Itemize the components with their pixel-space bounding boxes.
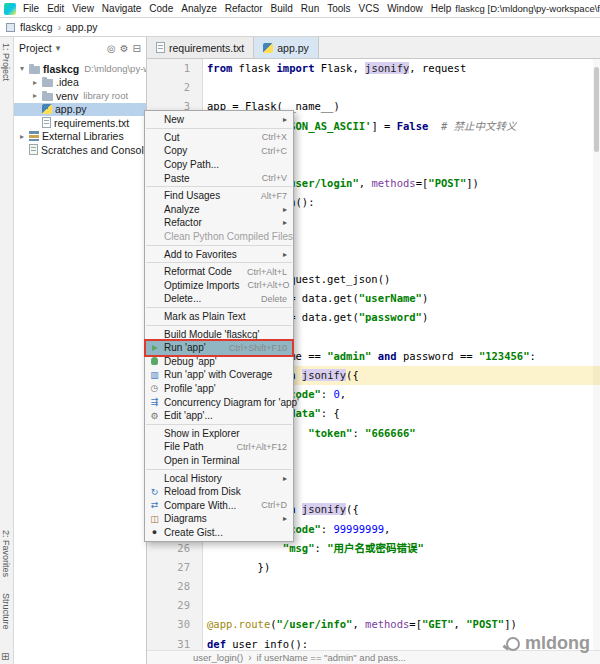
gear-icon[interactable]: ⚙ (120, 43, 129, 54)
code-token: "POST" (466, 618, 504, 630)
hide-panel-icon[interactable]: ⊟ (133, 43, 141, 54)
code-token: ) (422, 292, 428, 304)
menu-items: FileEditViewNavigateCodeAnalyzeRefactorB… (19, 3, 455, 14)
menubar-tools[interactable]: Tools (323, 3, 354, 14)
menu-item-reload-from-disk[interactable]: ↻Reload from Disk (145, 485, 293, 499)
tool-window-structure[interactable]: Structure (1, 593, 11, 630)
menubar-vcs[interactable]: VCS (355, 3, 384, 14)
menu-item-label: Compare With... (164, 500, 236, 511)
menu-item-label: Diagrams (164, 513, 207, 524)
tree-item-venv[interactable]: ▸venvlibrary root (14, 89, 146, 103)
chevron-right-icon[interactable]: ▸ (31, 91, 39, 100)
code-token (428, 120, 441, 132)
menu-item-new[interactable]: New▸ (145, 113, 293, 127)
menubar-run[interactable]: Run (297, 3, 323, 14)
menu-item-mark-as-plain-text[interactable]: Mark as Plain Text (145, 310, 293, 324)
locate-file-icon[interactable]: ◎ (107, 43, 116, 54)
menu-item-concurrency-diagram-for-app[interactable]: ⇶Concurrency Diagram for 'app' (145, 395, 293, 409)
code-token: def (207, 638, 232, 650)
submenu-arrow-icon: ▸ (283, 205, 287, 214)
tab-label: requirements.txt (169, 42, 244, 54)
menu-item-open-in-terminal[interactable]: Open in Terminal (145, 454, 293, 468)
menu-item-add-to-favorites[interactable]: Add to Favorites▸ (145, 247, 293, 261)
code-line-29[interactable] (203, 596, 600, 615)
menubar-view[interactable]: View (68, 3, 98, 14)
tree-item-flaskcg[interactable]: ▾flaskcgD:\mldong\py-worksp (14, 62, 146, 76)
tool-window-favorites[interactable]: 2: Favorites (1, 530, 11, 577)
breadcrumb-flaskcg[interactable]: flaskcg (20, 21, 53, 33)
menu-item-analyze[interactable]: Analyze▸ (145, 203, 293, 217)
menu-item-copy-path[interactable]: Copy Path... (145, 158, 293, 172)
menu-item-edit-app[interactable]: ⚙Edit 'app'... (145, 409, 293, 423)
menu-item-cut[interactable]: CutCtrl+X (145, 131, 293, 145)
chevron-down-icon[interactable]: ▾ (56, 43, 61, 53)
menu-item-delete[interactable]: Delete...Delete (145, 292, 293, 306)
code-line-2[interactable] (203, 78, 600, 97)
tab-app-py[interactable]: app.py (254, 37, 319, 58)
tool-window-project[interactable]: 1: Project (1, 43, 11, 81)
code-line-30[interactable]: @app.route("/user/info", methods=["GET",… (203, 615, 600, 634)
code-token: "password" (359, 311, 422, 323)
gist-icon: ● (149, 527, 160, 537)
tree-item-idea[interactable]: ▸.idea (14, 76, 146, 90)
menu-item-clean-python-compiled-files[interactable]: Clean Python Compiled Files (145, 230, 293, 244)
menu-item-debug-app[interactable]: Debug 'app' (145, 355, 293, 369)
menubar-code[interactable]: Code (145, 3, 177, 14)
menu-item-local-history[interactable]: Local History▸ (145, 471, 293, 485)
tree-item-label: requirements.txt (54, 117, 129, 129)
line-number: 2 (147, 78, 202, 97)
menu-item-run-app[interactable]: Run 'app'Ctrl+Shift+F10 (145, 341, 293, 355)
code-token: "GET" (422, 618, 454, 630)
tree-item-external-libraries[interactable]: ▸External Libraries (14, 130, 146, 144)
tree-item-app-py[interactable]: app.py (14, 103, 146, 117)
code-token: "msg" (283, 542, 315, 554)
menu-item-reformat-code[interactable]: Reformat CodeCtrl+Alt+L (145, 265, 293, 279)
menubar-file[interactable]: File (19, 3, 43, 14)
chevron-right-icon[interactable]: ▸ (18, 132, 26, 141)
menu-item-copy[interactable]: CopyCtrl+C (145, 144, 293, 158)
menubar-refactor[interactable]: Refactor (221, 3, 267, 14)
chevron-down-icon[interactable]: ▾ (18, 64, 26, 73)
tool-windows-grid-icon[interactable]: ⊞ (1, 651, 9, 662)
menu-item-run-app-with-coverage[interactable]: ▥Run 'app' with Coverage (145, 368, 293, 382)
editor-scrollbar[interactable] (593, 59, 600, 650)
menu-item-profile-app[interactable]: ◷Profile 'app' (145, 382, 293, 396)
python-icon (263, 43, 273, 53)
tree-item-scratches-and-consoles[interactable]: Scratches and Consoles (14, 143, 146, 157)
code-token: ({ (346, 369, 359, 381)
code-line-27[interactable]: }) (203, 558, 600, 577)
menu-shortcut: Ctrl+X (262, 132, 287, 142)
project-panel-title[interactable]: Project (19, 42, 52, 54)
menu-item-optimize-imports[interactable]: Optimize ImportsCtrl+Alt+O (145, 279, 293, 293)
menu-item-refactor[interactable]: Refactor▸ (145, 216, 293, 230)
scrollbar-thumb[interactable] (594, 67, 599, 152)
menu-item-build-module-flaskcg[interactable]: Build Module 'flaskcg' (145, 327, 293, 341)
coverage-icon: ▥ (149, 370, 160, 380)
chevron-right-icon[interactable]: ▸ (31, 78, 39, 87)
menubar-window[interactable]: Window (383, 3, 427, 14)
menubar-edit[interactable]: Edit (43, 3, 68, 14)
breadcrumb-app-py[interactable]: app.py (66, 21, 98, 33)
menu-item-diagrams[interactable]: ◫Diagrams▸ (145, 512, 293, 526)
menubar-build[interactable]: Build (267, 3, 297, 14)
code-line-1[interactable]: from flask import Flask, jsonify, reques… (203, 59, 600, 78)
menu-item-show-in-explorer[interactable]: Show in Explorer (145, 426, 293, 440)
breadcrumb-item[interactable]: if userName == "admin" and pass... (257, 652, 406, 663)
code-token: "/user/info" (277, 618, 353, 630)
menu-item-label: Delete... (164, 293, 201, 304)
breadcrumb-item[interactable]: user_login() (193, 652, 243, 663)
tab-requirements-txt[interactable]: requirements.txt (147, 37, 254, 58)
menubar-help[interactable]: Help (427, 3, 456, 14)
line-number: 27 (147, 558, 202, 577)
submenu-arrow-icon: ▸ (283, 474, 287, 483)
line-number: 28 (147, 577, 202, 596)
menubar-navigate[interactable]: Navigate (98, 3, 145, 14)
menu-item-file-path[interactable]: File PathCtrl+Alt+F12 (145, 440, 293, 454)
menu-item-paste[interactable]: PasteCtrl+V (145, 171, 293, 185)
menu-item-compare-with[interactable]: ⇄Compare With...Ctrl+D (145, 498, 293, 512)
menu-item-find-usages[interactable]: Find UsagesAlt+F7 (145, 189, 293, 203)
menubar-analyze[interactable]: Analyze (177, 3, 221, 14)
menu-item-create-gist[interactable]: ●Create Gist... (145, 526, 293, 540)
code-line-28[interactable] (203, 577, 600, 596)
tree-item-requirements-txt[interactable]: requirements.txt (14, 116, 146, 130)
